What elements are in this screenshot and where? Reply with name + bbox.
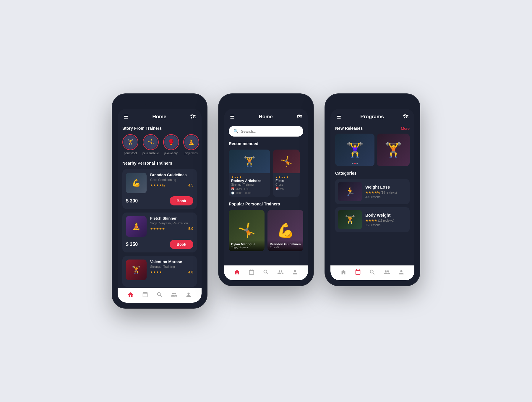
rec-name-0: Rodney Artichoke: [231, 179, 268, 183]
book-button-1[interactable]: Book: [170, 240, 194, 249]
story-avatar-0: 🏋️: [122, 134, 138, 150]
rec-card-body-1: ★★★★★ Fletc Cross 📅 MO: [273, 173, 300, 193]
trainer-rating-row-2: ★★★★ 4.0: [150, 270, 193, 274]
trainer-card-bottom-0: $ 300 Book: [126, 196, 193, 205]
phone-2-content: 🔍 Recommended 🏋️ ★★★★: [224, 123, 308, 265]
map-icon-1[interactable]: 🗺: [190, 114, 196, 120]
rec-card-1[interactable]: 🤸 ★★★★★ Fletc Cross 📅 MO: [273, 150, 300, 197]
category-lessons-1: 15 Lessons: [365, 223, 407, 227]
nav-search-2[interactable]: [263, 269, 269, 275]
category-item-0[interactable]: 🏃 Weight Loss ★★★★½ (15 reviews) 30 Less…: [335, 179, 410, 204]
nav-home-1[interactable]: [127, 291, 134, 298]
nav-home-3[interactable]: [340, 269, 347, 275]
trainer-rating-row-0: ★★★★½ 4.5: [150, 183, 193, 187]
trainer-specialty-1: Yoga, Vinyasa, Relaxation: [150, 221, 193, 225]
category-name-1: Body Weight: [365, 213, 407, 218]
popular-name-1: Brandon Guidelines: [270, 242, 301, 246]
story-item-1[interactable]: 🤸 pelicansteve: [142, 134, 159, 155]
story-avatar-1: 🤸: [143, 134, 159, 150]
nav-search-3[interactable]: [369, 269, 376, 275]
trainer-specialty-2: Strength Training: [150, 265, 193, 268]
category-stars-0: ★★★★½ (15 reviews): [365, 191, 407, 194]
category-info-0: Weight Loss ★★★★½ (15 reviews) 30 Lesson…: [365, 185, 407, 199]
popular-specialty-0: Yoga, Vinyasa: [231, 246, 262, 249]
phones-container: ☰ Home 🗺 Story From Trainers 🏋️ pennytoo…: [112, 94, 420, 308]
story-avatar-2: 🥊: [163, 134, 179, 150]
trainer-thumb-0: 💪: [126, 173, 147, 193]
nav-calendar-3[interactable]: [355, 269, 361, 275]
book-button-0[interactable]: Book: [170, 196, 194, 205]
phone-2-notch: [251, 99, 281, 106]
nav-calendar-2[interactable]: [248, 269, 255, 275]
story-name-2: jakeweary: [164, 152, 178, 155]
page-title-1: Home: [152, 114, 166, 120]
trainer-card-2: 🏋️ Valentino Morose Strength Training ★★…: [122, 256, 197, 287]
trainer-stars-2: ★★★★: [150, 270, 162, 274]
bottom-nav-1: [118, 288, 202, 303]
nav-home-2[interactable]: [234, 269, 240, 275]
nav-calendar-1[interactable]: [142, 291, 148, 298]
rec-card-0[interactable]: 🏋️ ★★★★ Rodney Artichoke Strength Traini…: [229, 150, 270, 197]
map-icon-3[interactable]: 🗺: [403, 114, 408, 120]
trainer-info-1: Fletch Skinner Yoga, Vinyasa, Relaxation…: [150, 216, 193, 231]
phone-2-screen: ☰ Home 🗺 🔍 Recommended �: [224, 109, 308, 280]
phone-1: ☰ Home 🗺 Story From Trainers 🏋️ pennytoo…: [112, 94, 207, 308]
rec-name-1: Fletc: [275, 179, 297, 183]
map-icon-2[interactable]: 🗺: [297, 114, 302, 120]
phone-2-header: ☰ Home 🗺: [224, 109, 308, 123]
banner-grid: 🏋️‍♀️ 🏋️: [335, 134, 410, 166]
search-input[interactable]: [241, 129, 299, 134]
trainer-name-2: Valentino Morose: [150, 260, 193, 264]
nearby-section-title: Nearby Personal Trainers: [122, 161, 197, 166]
phone-1-content: Story From Trainers 🏋️ pennytool 🤸 pelic…: [118, 123, 202, 288]
trainer-rating-1: 5.0: [188, 227, 193, 231]
banner-card-0[interactable]: 🏋️‍♀️: [335, 134, 374, 166]
rec-specialty-1: Cross: [275, 183, 297, 186]
phone-1-header: ☰ Home 🗺: [118, 109, 202, 123]
avatar-inner-3: 🧘: [184, 135, 198, 149]
trainer-price-1: $ 350: [126, 242, 138, 247]
nav-profile-3[interactable]: [398, 269, 405, 275]
phone-3: ☰ Programs 🗺 New Releases More 🏋️‍♀️: [325, 94, 420, 286]
category-reviews-0: (15 reviews): [381, 191, 397, 194]
popular-card-0[interactable]: 🤸 Dylan Meringue Yoga, Vinyasa: [229, 210, 265, 251]
popular-card-1[interactable]: 💪 Brandon Guidelines Crossfit: [267, 210, 303, 251]
trainer-rating-2: 4.0: [188, 270, 193, 274]
menu-icon-3[interactable]: ☰: [336, 114, 341, 120]
category-item-1[interactable]: 🏋️ Body Weight ★★★★ (13 reviews) 15 Less…: [335, 207, 410, 232]
story-item-0[interactable]: 🏋️ pennytool: [122, 134, 138, 155]
rec-card-img-0: 🏋️: [229, 150, 270, 173]
nav-trainers-2[interactable]: [277, 269, 284, 275]
rec-card-img-1: 🤸: [273, 150, 300, 173]
story-item-3[interactable]: 🧘 piffjenkins: [183, 134, 199, 155]
dot-2: [356, 163, 358, 164]
phone-3-content: New Releases More 🏋️‍♀️ 🏋️: [330, 123, 414, 265]
trainer-info-0: Brandon Guidelines Core Conditioning ★★★…: [150, 173, 193, 187]
banner-card-1[interactable]: 🏋️: [377, 134, 410, 166]
nav-trainers-3[interactable]: [384, 269, 390, 275]
stories-section-title: Story From Trainers: [122, 126, 197, 131]
search-icon: 🔍: [233, 129, 239, 134]
category-reviews-1: (13 reviews): [378, 219, 394, 222]
category-img-1: 🏋️: [338, 210, 362, 229]
search-bar: 🔍: [229, 126, 303, 137]
story-name-3: piffjenkins: [184, 152, 197, 155]
nav-search-1[interactable]: [156, 291, 163, 298]
categories-title: Categories: [335, 171, 410, 176]
nav-trainers-1[interactable]: [171, 291, 177, 298]
nav-profile-1[interactable]: [185, 291, 192, 298]
story-avatar-3: 🧘: [183, 134, 199, 150]
new-releases-title: New Releases: [335, 126, 363, 131]
trainer-stars-0: ★★★★½: [150, 184, 165, 187]
nav-profile-2[interactable]: [292, 269, 298, 275]
trainer-card-1: 🧘 Fletch Skinner Yoga, Vinyasa, Relaxati…: [122, 213, 197, 252]
trainer-card-top-1: 🧘 Fletch Skinner Yoga, Vinyasa, Relaxati…: [126, 216, 193, 237]
rec-schedule-1: 📅 MO: [275, 187, 297, 190]
menu-icon-1[interactable]: ☰: [124, 114, 128, 120]
more-link[interactable]: More: [401, 126, 410, 131]
menu-icon-2[interactable]: ☰: [230, 114, 235, 120]
bottom-nav-2: [224, 265, 308, 280]
phone-1-notch: [145, 99, 174, 106]
story-name-1: pelicansteve: [142, 152, 159, 155]
story-item-2[interactable]: 🥊 jakeweary: [163, 134, 179, 155]
